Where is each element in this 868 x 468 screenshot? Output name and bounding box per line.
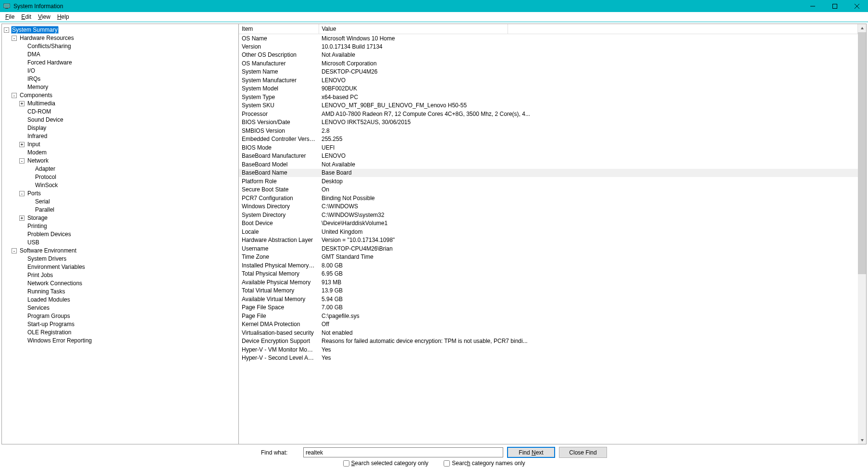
tree-item[interactable]: CD-ROM (3, 108, 237, 116)
table-row[interactable]: Virtualisation-based securityNot enabled (239, 329, 858, 337)
tree-item[interactable]: -Network (3, 157, 237, 165)
tree-item[interactable]: USB (3, 239, 237, 247)
table-row[interactable]: Boot Device\Device\HarddiskVolume1 (239, 219, 858, 228)
tree-expander-icon[interactable]: - (19, 158, 25, 164)
tree-item[interactable]: +Storage (3, 214, 237, 222)
table-row[interactable]: Version10.0.17134 Build 17134 (239, 42, 858, 51)
tree-item[interactable]: System Drivers (3, 255, 237, 263)
tree-expander-icon[interactable]: - (4, 27, 9, 33)
tree-item[interactable]: Parallel (3, 206, 237, 214)
find-next-button[interactable]: Find Next (507, 447, 555, 458)
table-row[interactable]: Available Physical Memory913 MB (239, 278, 858, 287)
table-row[interactable]: BaseBoard ManufacturerLENOVO (239, 152, 858, 161)
tree-expander-icon[interactable]: + (19, 142, 25, 147)
titlebar[interactable]: System Information (0, 0, 868, 12)
tree-expander-icon[interactable]: - (12, 93, 17, 98)
table-row[interactable]: System NameDESKTOP-CPU4M26 (239, 68, 858, 76)
tree-item[interactable]: Running Tasks (3, 288, 237, 296)
tree-item[interactable]: -Ports (3, 190, 237, 198)
table-row[interactable]: System ManufacturerLENOVO (239, 76, 858, 85)
tree-item[interactable]: DMA (3, 51, 237, 59)
table-row[interactable]: Windows DirectoryC:\WINDOWS (239, 202, 858, 211)
table-row[interactable]: Other OS DescriptionNot Available (239, 51, 858, 60)
menu-view[interactable]: View (35, 13, 54, 21)
table-row[interactable]: SMBIOS Version2.8 (239, 126, 858, 135)
tree-item[interactable]: Forced Hardware (3, 59, 237, 67)
table-row[interactable]: UsernameDESKTOP-CPU4M26\Brian (239, 244, 858, 253)
column-header-value[interactable]: Value (319, 24, 508, 34)
find-what-input[interactable] (303, 447, 503, 457)
table-row[interactable]: ProcessorAMD A10-7800 Radeon R7, 12 Comp… (239, 110, 858, 118)
close-find-button[interactable]: Close Find (559, 447, 607, 458)
tree-expander-icon[interactable]: - (19, 191, 25, 196)
tree-expander-icon[interactable]: + (19, 101, 25, 106)
close-button[interactable] (846, 0, 868, 12)
tree-item[interactable]: Program Groups (3, 312, 237, 320)
table-row[interactable]: LocaleUnited Kingdom (239, 228, 858, 236)
table-row[interactable]: Total Physical Memory6.95 GB (239, 270, 858, 278)
tree-item[interactable]: Memory (3, 83, 237, 91)
tree-item[interactable]: -System Summary (3, 26, 237, 34)
tree-item[interactable]: Sound Device (3, 116, 237, 124)
search-names-checkbox-label[interactable]: Search category names only (444, 460, 525, 467)
tree-item[interactable]: Infrared (3, 132, 237, 140)
tree-item[interactable]: Display (3, 124, 237, 132)
search-selected-checkbox[interactable] (343, 460, 349, 467)
search-selected-checkbox-label[interactable]: Search selected category only (343, 460, 429, 467)
minimize-button[interactable] (802, 0, 824, 12)
details-table[interactable]: Item Value OS NameMicrosoft Windows 10 H… (239, 24, 858, 362)
table-row[interactable]: Page FileC:\pagefile.sys (239, 312, 858, 320)
tree-item[interactable]: Network Connections (3, 279, 237, 288)
table-row[interactable]: Platform RoleDesktop (239, 177, 858, 186)
tree-item[interactable]: Serial (3, 198, 237, 206)
table-row[interactable]: Installed Physical Memory (RAM)8.00 GB (239, 261, 858, 270)
table-row[interactable]: BaseBoard NameBase Board (239, 169, 858, 177)
tree-item[interactable]: WinSock (3, 181, 237, 190)
scroll-thumb[interactable] (858, 32, 866, 274)
scroll-down-button[interactable] (858, 436, 866, 444)
vertical-scrollbar[interactable] (858, 24, 866, 444)
tree-item[interactable]: IRQs (3, 75, 237, 83)
table-row[interactable]: Page File Space7.00 GB (239, 304, 858, 312)
tree-expander-icon[interactable]: - (12, 36, 17, 41)
scroll-up-button[interactable] (858, 24, 866, 32)
table-row[interactable]: Total Virtual Memory13.9 GB (239, 287, 858, 295)
tree-item[interactable]: Modem (3, 149, 237, 157)
tree-item[interactable]: +Input (3, 140, 237, 149)
tree-item[interactable]: Adapter (3, 165, 237, 173)
table-row[interactable]: Secure Boot StateOn (239, 186, 858, 194)
tree-item[interactable]: Problem Devices (3, 230, 237, 239)
table-row[interactable]: OS ManufacturerMicrosoft Corporation (239, 59, 858, 68)
tree-item[interactable]: Print Jobs (3, 271, 237, 279)
tree-item[interactable]: Environment Variables (3, 263, 237, 271)
search-names-checkbox[interactable] (444, 460, 450, 467)
table-row[interactable]: Hyper-V - Second Level Addres...Yes (239, 354, 858, 363)
tree-item[interactable]: -Software Environment (3, 247, 237, 255)
maximize-button[interactable] (824, 0, 846, 12)
table-row[interactable]: Time ZoneGMT Standard Time (239, 253, 858, 262)
menu-help[interactable]: Help (54, 13, 73, 21)
tree-item[interactable]: +Multimedia (3, 100, 237, 108)
tree-expander-icon[interactable]: - (12, 248, 17, 253)
tree-item[interactable]: -Hardware Resources (3, 34, 237, 42)
menu-file[interactable]: File (2, 13, 18, 21)
tree-expander-icon[interactable]: + (19, 215, 25, 221)
table-row[interactable]: Kernel DMA ProtectionOff (239, 320, 858, 329)
tree-item[interactable]: Start-up Programs (3, 320, 237, 329)
table-row[interactable]: BIOS Version/DateLENOVO IRKT52AUS, 30/06… (239, 118, 858, 127)
column-header-item[interactable]: Item (239, 24, 319, 34)
tree-item[interactable]: OLE Registration (3, 329, 237, 337)
table-row[interactable]: Embedded Controller Version255.255 (239, 135, 858, 144)
menu-edit[interactable]: Edit (18, 13, 35, 21)
table-row[interactable]: Hyper-V - VM Monitor Mode E...Yes (239, 345, 858, 354)
tree-item[interactable]: -Components (3, 91, 237, 100)
table-row[interactable]: System Typex64-based PC (239, 93, 858, 101)
tree-item[interactable]: I/O (3, 67, 237, 75)
table-row[interactable]: Device Encryption SupportReasons for fai… (239, 337, 858, 346)
tree-item[interactable]: Windows Error Reporting (3, 337, 237, 345)
table-row[interactable]: System Model90BF002DUK (239, 85, 858, 93)
tree-item[interactable]: Protocol (3, 173, 237, 181)
scroll-track[interactable] (858, 32, 866, 436)
table-row[interactable]: System SKULENOVO_MT_90BF_BU_LENOVO_FM_Le… (239, 101, 858, 110)
table-row[interactable]: OS NameMicrosoft Windows 10 Home (239, 34, 858, 43)
